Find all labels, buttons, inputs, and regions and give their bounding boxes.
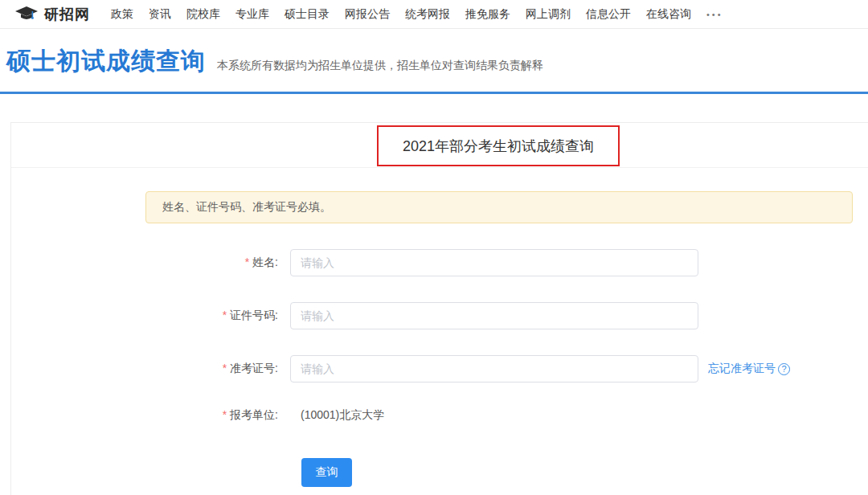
annotation-red-box: 2021年部分考生初试成绩查询 <box>377 125 620 166</box>
card-header: 2021年部分考生初试成绩查询 <box>11 123 868 168</box>
ticket-input[interactable] <box>290 355 698 382</box>
help-icon: ? <box>778 363 790 375</box>
page-subtitle: 本系统所有数据均为招生单位提供，招生单位对查询结果负责解释 <box>217 59 543 73</box>
query-button[interactable]: 查询 <box>301 458 352 487</box>
page-header: 硕士初试成绩查询 本系统所有数据均为招生单位提供，招生单位对查询结果负责解释 <box>0 29 868 78</box>
forgot-ticket-text: 忘记准考证号 <box>708 362 776 376</box>
nav-item-major-db[interactable]: 专业库 <box>235 7 269 22</box>
nav-item-news[interactable]: 资讯 <box>149 7 171 22</box>
id-number-label: *证件号码: <box>11 309 278 323</box>
site-logo-text: 研招网 <box>44 5 90 24</box>
nav-item-announcement[interactable]: 网报公告 <box>345 7 390 22</box>
nav-item-exempt-service[interactable]: 推免服务 <box>465 7 510 22</box>
form-row-ticket: *准考证号: 忘记准考证号 ? <box>11 355 868 382</box>
required-marker: * <box>245 256 249 268</box>
required-marker: * <box>223 408 227 421</box>
score-query-card: 2021年部分考生初试成绩查询 姓名、证件号码、准考证号必填。 *姓名: *证件… <box>10 122 868 495</box>
name-input[interactable] <box>290 249 698 276</box>
form-row-id-number: *证件号码: <box>11 302 868 329</box>
id-number-label-text: 证件号码: <box>230 309 278 321</box>
card-title: 2021年部分考生初试成绩查询 <box>403 137 594 156</box>
required-marker: * <box>223 362 227 374</box>
form-row-apply-unit: *报考单位: (10001)北京大学 <box>11 408 868 423</box>
required-fields-alert: 姓名、证件号码、准考证号必填。 <box>145 191 853 223</box>
nav-item-info-public[interactable]: 信息公开 <box>586 7 631 22</box>
card-body: 姓名、证件号码、准考证号必填。 *姓名: *证件号码: *准考证号: 忘记准考证… <box>11 168 868 487</box>
apply-unit-label-text: 报考单位: <box>230 408 278 421</box>
nav-item-college-db[interactable]: 院校库 <box>186 7 220 22</box>
nav-item-policy[interactable]: 政策 <box>111 7 133 22</box>
apply-unit-value: (10001)北京大学 <box>301 408 384 423</box>
ticket-label: *准考证号: <box>11 362 278 376</box>
nav-item-online-consult[interactable]: 在线咨询 <box>646 7 691 22</box>
page-title: 硕士初试成绩查询 <box>6 45 206 78</box>
nav-item-master-catalog[interactable]: 硕士目录 <box>285 7 330 22</box>
name-label: *姓名: <box>11 256 278 270</box>
nav-item-online-adjust[interactable]: 网上调剂 <box>526 7 571 22</box>
forgot-ticket-link[interactable]: 忘记准考证号 ? <box>708 362 790 376</box>
alert-text: 姓名、证件号码、准考证号必填。 <box>162 200 331 215</box>
main-nav: 政策 资讯 院校库 专业库 硕士目录 网报公告 统考网报 推免服务 网上调剂 信… <box>111 7 723 22</box>
apply-unit-label: *报考单位: <box>11 408 278 423</box>
nav-more-button[interactable]: ••• <box>706 10 723 19</box>
form-row-name: *姓名: <box>11 249 868 276</box>
ticket-label-text: 准考证号: <box>230 362 278 374</box>
top-navigation: 研招网 政策 资讯 院校库 专业库 硕士目录 网报公告 统考网报 推免服务 网上… <box>0 0 868 29</box>
name-label-text: 姓名: <box>252 256 278 268</box>
id-number-input[interactable] <box>290 302 698 329</box>
required-marker: * <box>223 309 227 321</box>
graduation-cap-icon <box>14 6 39 23</box>
blue-divider <box>0 92 868 94</box>
nav-item-unified-apply[interactable]: 统考网报 <box>405 7 450 22</box>
site-logo[interactable]: 研招网 <box>14 5 90 24</box>
